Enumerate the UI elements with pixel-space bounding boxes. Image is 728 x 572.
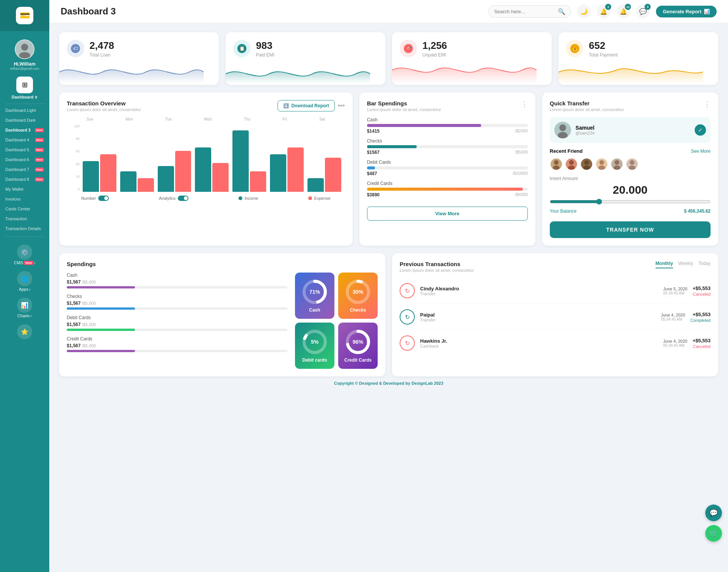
tx-name-1: Cindy Alexandro <box>420 286 658 291</box>
svg-point-15 <box>554 160 559 165</box>
dashboard-grid-icon[interactable]: ⊞ <box>16 77 33 93</box>
generate-report-button[interactable]: Generate Report 📊 <box>656 6 717 17</box>
tx-type-2: Transfer <box>420 318 656 322</box>
loan-icon: 🏷 <box>67 40 84 57</box>
quick-transfer-card: Quick Transfer Lorem ipsum dolor sit ame… <box>542 92 718 246</box>
message-btn[interactable]: 💬 5 <box>636 5 650 18</box>
sidebar-apps[interactable]: 🌐 Apps › <box>0 266 49 293</box>
balance-amount: $ 456,345.62 <box>684 208 711 214</box>
bars-container <box>83 124 341 192</box>
charts-label: Charts › <box>17 313 32 318</box>
income-dot <box>238 196 242 200</box>
checks-total: /$5000 <box>515 150 528 155</box>
svg-point-25 <box>598 166 605 170</box>
credit-total: /$4000 <box>515 192 528 197</box>
stat-card-paid-emi: 📋 983 Paid EMI <box>226 32 385 85</box>
sidebar-item-dashboard5[interactable]: Dashboard 5 New <box>0 145 49 155</box>
tx-info-1: Cindy Alexandro Transfer <box>420 286 658 296</box>
transfer-now-button[interactable]: TRANSFER NOW <box>550 221 711 238</box>
dashboard-dropdown[interactable]: Dashboard ∨ <box>12 95 38 100</box>
bar-group-fri <box>270 147 304 192</box>
analytics-toggle[interactable] <box>178 196 188 201</box>
insert-amount: Insert Amount 20.000 Your Balance $ 456,… <box>550 176 711 214</box>
transfer-profile: Samuel @sam224 ✓ <box>550 117 711 143</box>
friend-2[interactable] <box>565 158 578 171</box>
chart-icon: 📊 <box>704 9 710 14</box>
search-box[interactable]: 🔍 <box>488 5 571 18</box>
sidebar-item-dashboard3[interactable]: Dashboard 3 New <box>0 125 49 135</box>
sidebar-item-dashboard4[interactable]: Dashboard 4 New <box>0 135 49 145</box>
sidebar-favorites[interactable]: ⭐ <box>0 320 49 341</box>
bar-tue-red <box>175 151 191 192</box>
donut-checks: 30% Checks <box>338 273 378 319</box>
sidebar-logo: 💳 <box>0 0 49 31</box>
main-content: Dashboard 3 🔍 🌙 🔔 2 🔔 12 💬 5 Gen <box>49 0 728 572</box>
spending-bar-debit <box>67 329 287 331</box>
tx-status-2: Completed <box>690 318 711 323</box>
donut-checks-label: Checks <box>350 307 366 313</box>
checks-bar <box>367 145 528 148</box>
friend-1[interactable] <box>550 158 563 171</box>
fab-cart[interactable]: 🛒 <box>705 525 722 542</box>
unpaid-emi-number: 1,256 <box>422 40 447 52</box>
bar-spendings-more[interactable]: ⋮ <box>521 100 528 108</box>
friend-4[interactable] <box>595 158 608 171</box>
tab-monthly[interactable]: Monthly <box>656 261 673 268</box>
notification-btn[interactable]: 🔔 2 <box>597 5 610 18</box>
day-wed: Wed <box>204 117 212 121</box>
sidebar-item-invoices[interactable]: Invoices <box>0 194 49 204</box>
bar-spendings-subtitle: Lorem ipsum dolor sit amet, consectetur <box>367 107 441 112</box>
footer-year: 2023 <box>434 381 443 386</box>
friend-5[interactable] <box>610 158 623 171</box>
tab-weekly[interactable]: Weekly <box>678 261 693 268</box>
friend-6[interactable] <box>626 158 639 171</box>
sidebar-cms[interactable]: ⚙️ CMS New › <box>0 240 49 266</box>
alert-btn[interactable]: 🔔 12 <box>617 5 630 18</box>
debit-amount: $487 <box>367 171 377 176</box>
friend-3[interactable] <box>580 158 593 171</box>
stat-card-total-loan: 🏷 2,478 Total Loan <box>59 32 219 85</box>
dashboard4-badge: New <box>35 138 44 142</box>
download-report-button[interactable]: ⬇️ Download Report <box>278 100 334 111</box>
sidebar-item-dashboard8[interactable]: Dashboard 8 New <box>0 174 49 184</box>
amount-slider[interactable] <box>550 199 711 205</box>
see-more-link[interactable]: See More <box>691 149 711 154</box>
bar-spendings-title: Bar Spendings <box>367 100 441 107</box>
bar-group-mon <box>120 171 154 192</box>
theme-toggle-btn[interactable]: 🌙 <box>577 5 591 18</box>
sidebar-item-transaction[interactable]: Transaction <box>0 214 49 224</box>
fab-support[interactable]: 💬 <box>705 505 722 521</box>
quick-transfer-more[interactable]: ⋮ <box>704 100 711 108</box>
sidebar-item-wallet[interactable]: My Wallet <box>0 184 49 194</box>
transaction-overview-title: Transaction Overview <box>67 100 141 107</box>
svg-point-30 <box>630 160 634 165</box>
transfer-check-icon: ✓ <box>695 124 706 136</box>
tab-today[interactable]: Today <box>698 261 711 268</box>
sidebar-charts[interactable]: 📊 Charts › <box>0 293 49 320</box>
unpaid-emi-wave <box>392 61 537 83</box>
sidebar-item-transaction-details[interactable]: Transaction Details <box>0 224 49 234</box>
search-input[interactable] <box>494 9 555 14</box>
bar-thu-red <box>250 171 266 192</box>
tx-type-1: Transfer <box>420 291 658 296</box>
sidebar-item-dashboard-dark[interactable]: Dashboard Dark <box>0 115 49 125</box>
sidebar-item-dashboard6[interactable]: Dashboard 6 New <box>0 155 49 165</box>
overview-more-menu[interactable]: ••• <box>338 102 345 110</box>
svg-point-31 <box>629 166 635 170</box>
sidebar-email: william@gmail.com <box>10 67 39 71</box>
sidebar-item-dashboard-light[interactable]: Dashboard Light <box>0 105 49 115</box>
checks-amount: $1567 <box>367 150 380 155</box>
day-thu: Thu <box>244 117 250 121</box>
header-right: 🔍 🌙 🔔 2 🔔 12 💬 5 Generate Report 📊 <box>488 5 717 18</box>
transaction-overview-subtitle: Lorem ipsum dolor sit amet, consectetur <box>67 107 141 112</box>
bar-mon-teal <box>120 171 136 192</box>
sidebar-item-dashboard7[interactable]: Dashboard 7 New <box>0 165 49 174</box>
bar-fri-teal <box>270 154 286 192</box>
spending-debit: Debit Cards $487 /$10000 <box>367 160 528 176</box>
legend-income: Income <box>238 196 258 201</box>
cms-icon: ⚙️ <box>17 244 32 260</box>
recent-friends: Recent Friend See More <box>550 148 711 171</box>
view-more-button[interactable]: View More <box>367 207 528 221</box>
number-toggle[interactable] <box>98 196 109 201</box>
sidebar-item-cards[interactable]: Cards Center <box>0 204 49 214</box>
